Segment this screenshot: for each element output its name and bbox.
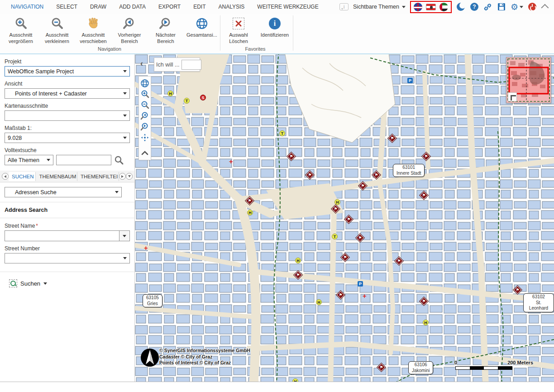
chevron-left-icon (4, 175, 6, 178)
chevron-down-icon (123, 115, 127, 117)
menu-analysis[interactable]: ANALYSIS (212, 0, 251, 13)
scale-start-label: 0 (454, 360, 457, 365)
map-toolbar-collapse-button[interactable] (139, 148, 150, 158)
next-extent-tool[interactable]: NächsterBereich (148, 14, 184, 45)
tooltip-info-icon: i (339, 3, 349, 10)
search-select-icon (9, 279, 17, 287)
visible-themes-dropdown[interactable]: Sichtbare Themen (353, 4, 406, 10)
scale-bar: 0 200 Meters (455, 360, 512, 370)
map-viewport[interactable]: ⚑⚑⚑⚑⚑⚑⚑⚑⚑⚑⚑⚑⚑⚑⚑⚑⚑⚑HTTHHTHHHHSPP+++ 63101… (135, 54, 554, 382)
language-switcher (410, 1, 452, 13)
refresh-button[interactable] (456, 2, 465, 11)
menu-bar: NAVIGATION SELECT DRAW ADD DATA EXPORT E… (0, 0, 554, 14)
link-icon (483, 3, 492, 11)
flag-arabic-icon[interactable] (439, 3, 448, 11)
status-strip (0, 382, 554, 392)
menu-weitere-werkzeuge[interactable]: WEITERE WERKZEUGE (251, 0, 325, 13)
projekt-label: Projekt (5, 58, 130, 65)
map-full-extent-button[interactable] (139, 78, 150, 89)
help-button[interactable]: ? (470, 2, 479, 11)
kartenausschnitte-select[interactable] (5, 110, 130, 121)
ansicht-select[interactable]: Points of Interest + Cadaster (5, 88, 130, 99)
logout-button[interactable] (528, 2, 537, 11)
massstab-select[interactable]: 9.028 (5, 133, 130, 143)
chevron-down-icon (123, 235, 126, 237)
overview-map[interactable] (506, 57, 551, 103)
help-icon: ? (470, 3, 478, 11)
menu-add-data[interactable]: ADD DATA (113, 0, 152, 13)
pan-tool[interactable]: Ausschnittverschieben (75, 14, 111, 45)
fulltext-scope-select[interactable]: Alle Themen (5, 155, 53, 165)
ribbon-separator (293, 15, 293, 51)
menu-navigation[interactable]: NAVIGATION (5, 0, 50, 13)
scale-bar-graphic (455, 366, 512, 370)
group-favorites-label: Favorites (220, 46, 291, 53)
street-name-dropdown-button[interactable] (119, 230, 130, 241)
chevron-down-icon (128, 175, 131, 177)
weboffice-app: NAVIGATION SELECT DRAW ADD DATA EXPORT E… (0, 0, 554, 392)
district-label: 63106Jakomini (408, 361, 433, 374)
menu-draw[interactable]: DRAW (84, 0, 113, 13)
fulltext-search-input[interactable] (56, 155, 111, 165)
chevron-down-icon (123, 70, 127, 72)
identify-tool[interactable]: i Identifizieren (257, 14, 293, 38)
kartenausschnitte-label: Kartenausschnitte (5, 103, 130, 109)
tab-suchen[interactable]: SUCHEN (9, 172, 36, 181)
address-search-heading: Address Search (5, 207, 130, 213)
street-number-select[interactable] (5, 253, 130, 263)
previous-extent-icon (122, 16, 137, 31)
search-type-select[interactable]: Adressen Suche (5, 187, 122, 197)
save-button[interactable] (497, 2, 506, 11)
chevron-right-icon (121, 175, 124, 178)
required-asterisk: * (36, 223, 38, 229)
map-zoom-in-button[interactable] (139, 89, 150, 100)
north-arrow (140, 348, 159, 367)
flag-german-icon[interactable] (426, 4, 436, 10)
settings-button[interactable]: ⚙ (511, 3, 523, 11)
menu-edit[interactable]: EDIT (187, 0, 212, 13)
map-locate-button[interactable] (139, 132, 150, 143)
zoom-in-tool[interactable]: Ausschnittvergrößern (3, 14, 39, 45)
map-toolbar (138, 76, 151, 160)
tab-themenbaum[interactable]: THEMENBAUM (36, 172, 77, 181)
district-label: 63101Innere Stadt (393, 164, 425, 177)
flag-english-icon[interactable] (414, 3, 422, 11)
sidebar-tabstrip: SUCHEN THEMENBAUM THEMENFILTEI (0, 171, 134, 182)
ribbon-toolbar: Ausschnittvergrößern Ausschnittverkleine… (0, 14, 554, 54)
full-extent-tool[interactable]: Gesamtansi... (184, 14, 220, 38)
collapse-sidebar-button[interactable]: ‹ (140, 59, 148, 69)
suchen-button[interactable]: Suchen (6, 277, 50, 289)
clear-selection-icon (231, 16, 246, 31)
menu-export[interactable]: EXPORT (152, 0, 187, 13)
chevron-down-icon (43, 282, 47, 285)
previous-extent-tool[interactable]: VorherigerBereich (111, 14, 148, 45)
group-navigation-label: Navigation (0, 46, 219, 53)
street-name-combo (5, 230, 130, 241)
chevron-up-icon (541, 4, 549, 12)
share-link-button[interactable] (483, 2, 492, 11)
street-name-input[interactable] (5, 230, 119, 241)
tab-scroll-right-button[interactable] (119, 173, 126, 180)
tab-scroll-left-button[interactable] (2, 173, 9, 180)
search-icon[interactable] (114, 155, 124, 165)
map-next-extent-button[interactable] (139, 121, 150, 132)
collapse-ribbon-button[interactable] (541, 2, 550, 11)
save-icon (497, 3, 506, 11)
map-previous-extent-button[interactable] (139, 110, 150, 121)
identify-info-icon: i (267, 16, 282, 31)
zoom-out-tool[interactable]: Ausschnittverkleinern (39, 14, 75, 45)
map-copyright: © SynerGIS Informationssysteme GmbH Cada… (159, 348, 250, 366)
ich-will-input[interactable] (181, 60, 201, 70)
menu-select[interactable]: SELECT (50, 0, 84, 13)
overview-toggle-button[interactable] (508, 92, 517, 101)
zoom-in-icon (14, 16, 28, 31)
crescent-icon (457, 3, 465, 11)
tab-themenfilter[interactable]: THEMENFILTEI (77, 172, 119, 181)
ich-will-widget: Ich will ... (154, 57, 200, 72)
map-zoom-out-button[interactable] (139, 100, 150, 110)
projekt-select[interactable]: WebOffice Sample Project (5, 66, 130, 76)
main-menu: NAVIGATION SELECT DRAW ADD DATA EXPORT E… (0, 0, 325, 13)
tab-menu-button[interactable] (126, 173, 133, 180)
visible-themes-label: Sichtbare Themen (353, 4, 399, 10)
clear-selection-tool[interactable]: AuswahlLöschen (220, 14, 257, 45)
